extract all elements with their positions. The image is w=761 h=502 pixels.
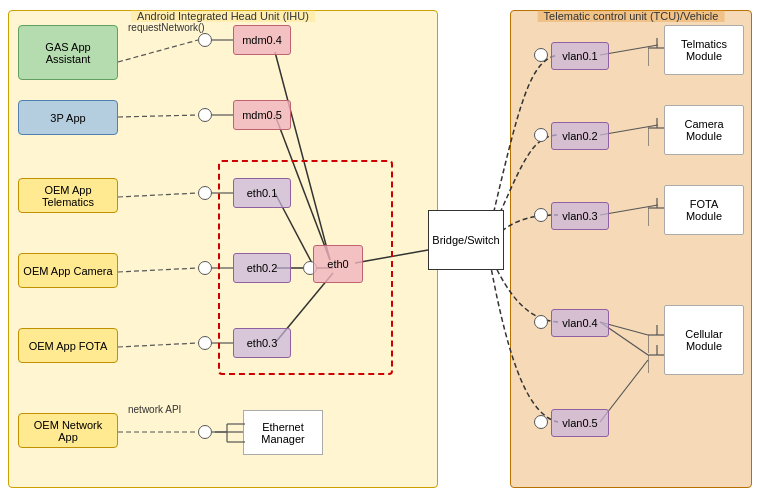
mdm05-box: mdm0.5 <box>233 100 291 130</box>
circle-eth03 <box>198 336 212 350</box>
circle-ethman <box>198 425 212 439</box>
network-api-label: network API <box>128 404 181 415</box>
vlan01-box: vlan0.1 <box>551 42 609 70</box>
request-network-label: requestNetwork() <box>128 22 205 33</box>
circle-mdm04 <box>198 33 212 47</box>
tcu-panel: Telematic control unit (TCU)/Vehicle <box>510 10 752 488</box>
vlan02-box: vlan0.2 <box>551 122 609 150</box>
vlan05-box: vlan0.5 <box>551 409 609 437</box>
eth0-box: eth0 <box>313 245 363 283</box>
circle-vlan01 <box>534 48 548 62</box>
oem-fota-box: OEM App FOTA <box>18 328 118 363</box>
eth01-box: eth0.1 <box>233 178 291 208</box>
eth-manager-box: Ethernet Manager <box>243 410 323 455</box>
eth03-box: eth0.3 <box>233 328 291 358</box>
gas-app-box: GAS App Assistant <box>18 25 118 80</box>
circle-mdm05 <box>198 108 212 122</box>
eth02-box: eth0.2 <box>233 253 291 283</box>
circle-vlan02 <box>534 128 548 142</box>
mdm04-box: mdm0.4 <box>233 25 291 55</box>
circle-eth01 <box>198 186 212 200</box>
tcu-title: Telematic control unit (TCU)/Vehicle <box>538 10 725 22</box>
3p-app-box: 3P App <box>18 100 118 135</box>
circle-vlan03 <box>534 208 548 222</box>
telmatics-module: TelmaticsModule <box>664 25 744 75</box>
oem-telematics-box: OEM App Telematics <box>18 178 118 213</box>
fota-module: FOTAModule <box>664 185 744 235</box>
vlan03-box: vlan0.3 <box>551 202 609 230</box>
cellular-module: CellularModule <box>664 305 744 375</box>
eth-man-connector <box>215 420 245 446</box>
circle-vlan05 <box>534 415 548 429</box>
oem-camera-box: OEM App Camera <box>18 253 118 288</box>
circle-vlan04 <box>534 315 548 329</box>
ihu-title: Android Integrated Head Unit (IHU) <box>131 10 315 22</box>
vlan04-box: vlan0.4 <box>551 309 609 337</box>
bridge-switch-box: Bridge/Switch <box>428 210 504 270</box>
camera-module: CameraModule <box>664 105 744 155</box>
diagram: Android Integrated Head Unit (IHU) Telem… <box>0 0 761 502</box>
circle-eth02 <box>198 261 212 275</box>
oem-network-box: OEM Network App <box>18 413 118 448</box>
